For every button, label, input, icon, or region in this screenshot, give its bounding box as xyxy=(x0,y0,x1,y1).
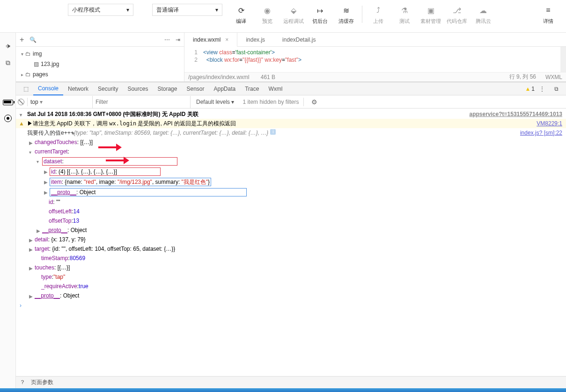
status-position: 行 9, 列 56 xyxy=(509,73,536,81)
object-property: _requireActive: true xyxy=(16,282,566,291)
left-sidebar: 🕩 ⧉ xyxy=(0,33,16,388)
log-level-select[interactable]: Default levels ▾ xyxy=(193,99,237,105)
folder-icon: 🗀 xyxy=(25,51,31,57)
info-icon: i xyxy=(270,129,276,135)
object-property[interactable]: ▶id: (4) [{…}, {…}, {…}, {…}] xyxy=(16,167,566,177)
status-path: /pages/index/index.wxml xyxy=(188,74,250,80)
object-property[interactable]: ▶detail: {x: 137, y: 79} xyxy=(16,235,566,244)
bug-icon: ⬙ xyxy=(291,4,296,17)
mode-select[interactable]: 小程序模式▾ xyxy=(68,4,133,16)
object-property[interactable]: ▶touches: [{…}] xyxy=(16,263,566,272)
object-property: offsetLeft: 14 xyxy=(16,207,566,216)
inspect-icon[interactable]: ⬚ xyxy=(19,82,33,95)
tab-index-js[interactable]: index.js xyxy=(237,33,274,46)
remote-debug-button[interactable]: ⬙远程调试 xyxy=(280,4,307,25)
console-output[interactable]: ▾Sat Jul 14 2018 16:08:36 GMT+0800 (中国标准… xyxy=(16,109,566,376)
battery-icon xyxy=(3,100,13,105)
help-button[interactable]: ？ xyxy=(20,378,25,386)
tab-console[interactable]: Console xyxy=(33,82,63,95)
page-params-button[interactable]: 页面参数 xyxy=(31,378,53,386)
material-button[interactable]: ▣素材管理 xyxy=(418,4,444,25)
upload-button[interactable]: ⤴上传 xyxy=(365,4,391,25)
refresh-icon: ⟳ xyxy=(238,4,244,17)
file-tree: + 🔍 ⋯ ⇥ ▾🗀img ▨123.jpg ▸🗀pages xyxy=(16,33,184,81)
tab-sensor[interactable]: Sensor xyxy=(182,82,209,95)
object-property[interactable]: ▶target: {id: "", offsetLeft: 104, offse… xyxy=(16,244,566,254)
console-log: 我要传入的值e+++ ▾{type: "tap", timeStamp: 805… xyxy=(16,128,566,138)
bottom-bar: ？ 页面参数 xyxy=(16,376,566,388)
object-property[interactable]: ▾currentTarget: xyxy=(16,147,566,156)
source-link[interactable]: index.js? [sm]:22 xyxy=(515,129,562,137)
tree-file-123[interactable]: ▨123.jpg xyxy=(16,59,184,69)
test-button[interactable]: ⚗测试 xyxy=(391,4,418,25)
git-icon: ⎇ xyxy=(453,4,461,17)
status-lang: WXML xyxy=(545,74,562,80)
close-icon[interactable]: × xyxy=(225,36,228,43)
eye-icon: ◉ xyxy=(264,4,271,17)
object-property: timeStamp: 80569 xyxy=(16,254,566,263)
gear-icon[interactable]: ⚙ xyxy=(309,98,320,106)
toolbar: 小程序模式▾ 普通编译▾ ⟳编译 ◉预览 ⬙远程调试 ↦切后台 ≋清缓存 ⤴上传… xyxy=(0,0,566,33)
image-file-icon: ▨ xyxy=(34,61,39,67)
console-line: ▾Sat Jul 14 2018 16:08:36 GMT+0800 (中国标准… xyxy=(16,109,566,119)
status-size: 461 B xyxy=(261,74,275,80)
sound-icon[interactable]: 🕩 xyxy=(5,42,11,50)
console-warning: ▲▶请注意无 AppID 关联下，调用 wx.login 是受限的, API 的… xyxy=(16,119,566,128)
tab-sources[interactable]: Sources xyxy=(123,82,153,95)
code-area[interactable]: 1<view class='fast-container'> 2 <block … xyxy=(184,47,566,72)
details-button[interactable]: ≡详情 xyxy=(535,4,561,25)
object-property[interactable]: ▾dataset: xyxy=(16,156,566,167)
tab-wxml[interactable]: Wxml xyxy=(264,82,287,95)
object-property[interactable]: ▶__proto__: Object xyxy=(16,225,566,235)
compile-button[interactable]: ⟳编译 xyxy=(228,4,254,25)
tree-folder-pages[interactable]: ▸🗀pages xyxy=(16,69,184,80)
object-property[interactable]: ▶__proto__: Object xyxy=(16,291,566,300)
preview-button[interactable]: ◉预览 xyxy=(254,4,280,25)
collapse-icon[interactable]: ⇥ xyxy=(176,36,180,43)
tree-folder-img[interactable]: ▾🗀img xyxy=(16,49,184,59)
code-editor: index.wxml× index.js indexDetail.js 1<vi… xyxy=(184,33,566,81)
background-button[interactable]: ↦切后台 xyxy=(307,4,333,25)
warning-icon: ▲ xyxy=(19,120,24,127)
exit-icon: ↦ xyxy=(317,4,323,17)
upload-icon: ⤴ xyxy=(376,4,380,17)
panel-icon[interactable]: ⧉ xyxy=(6,59,10,67)
search-icon[interactable]: 🔍 xyxy=(29,36,37,43)
tab-appdata[interactable]: AppData xyxy=(209,82,241,95)
object-property[interactable]: ▶__proto__: Object xyxy=(16,187,566,197)
layers-icon: ≋ xyxy=(343,4,349,17)
record-icon xyxy=(4,115,12,122)
object-property[interactable]: ▶item: {name: "red", image: "/img/123.jp… xyxy=(16,177,566,187)
warning-count[interactable]: ▲1 xyxy=(525,86,535,92)
code-repo-button[interactable]: ⎇代码仓库 xyxy=(444,4,470,25)
devtools-panel: ⬚ Console Network Security Sources Stora… xyxy=(16,82,566,376)
kebab-icon[interactable]: ⋮ xyxy=(535,82,550,95)
object-property: type: "tap" xyxy=(16,272,566,282)
flask-icon: ⚗ xyxy=(401,4,408,17)
clear-console-icon[interactable] xyxy=(18,99,24,105)
hidden-items-text: 1 item hidden by filters xyxy=(243,99,299,105)
tencent-cloud-button[interactable]: ☁腾讯云 xyxy=(470,4,496,25)
object-property[interactable]: ▶changedTouches: [{…}] xyxy=(16,138,566,147)
tab-index-wxml[interactable]: index.wxml× xyxy=(184,33,237,47)
filter-input[interactable] xyxy=(92,96,191,108)
cloud-icon: ☁ xyxy=(479,4,487,17)
context-select[interactable]: top ▾ xyxy=(30,99,89,105)
tab-indexdetail-js[interactable]: indexDetail.js xyxy=(274,33,324,46)
more-icon[interactable]: ⋯ xyxy=(164,36,170,43)
add-icon[interactable]: + xyxy=(20,36,24,44)
clear-cache-button[interactable]: ≋清缓存 xyxy=(333,4,359,25)
menu-icon: ≡ xyxy=(546,4,550,17)
compile-mode-select[interactable]: 普通编译▾ xyxy=(152,4,222,16)
object-property: offsetTop: 13 xyxy=(16,216,566,225)
source-link[interactable]: appservice?t=1531555714469:1013 xyxy=(465,110,563,118)
source-link[interactable]: VM8229:1 xyxy=(532,120,562,127)
tab-security[interactable]: Security xyxy=(93,82,123,95)
console-prompt[interactable]: › xyxy=(16,300,566,311)
dock-icon[interactable]: ⧉ xyxy=(550,82,563,95)
object-property: id: "" xyxy=(16,197,566,207)
os-taskbar xyxy=(0,388,566,392)
tab-trace[interactable]: Trace xyxy=(240,82,264,95)
tab-network[interactable]: Network xyxy=(63,82,93,95)
tab-storage[interactable]: Storage xyxy=(153,82,182,95)
